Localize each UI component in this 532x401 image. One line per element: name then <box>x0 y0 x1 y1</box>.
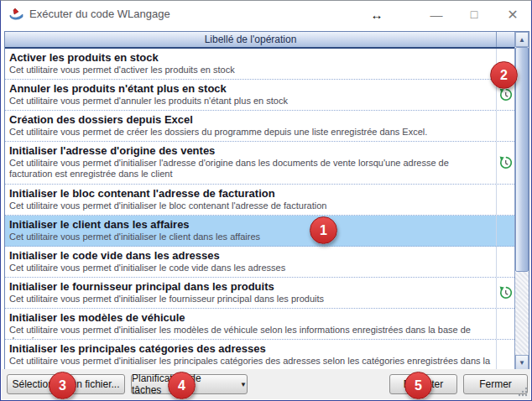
row-title: Initialiser le bloc contenant l'adresse … <box>9 186 492 200</box>
row-title: Initialiser le client dans les affaires <box>9 217 492 232</box>
annotation-badge-4: 4 <box>168 372 196 399</box>
scrollbar-thumb[interactable] <box>515 47 529 272</box>
minimize-button[interactable]: — <box>425 1 448 28</box>
scroll-up-button[interactable]: ▲ <box>515 32 529 47</box>
annotation-badge-1: 1 <box>310 216 337 244</box>
row-title: Initialiser les modèles de véhicule <box>9 310 492 325</box>
row-description: Cet utilitaire vous permet d'initialiser… <box>9 232 492 242</box>
row-title: Initialiser les principales catégories d… <box>9 341 492 356</box>
column-header-icon <box>496 32 514 47</box>
table-row[interactable]: Création des dossiers depuis ExcelCet ut… <box>5 111 514 142</box>
row-icon-cell <box>496 278 514 308</box>
row-description: Cet utilitaire vous permet de créer les … <box>9 127 492 138</box>
row-icon-cell <box>496 185 514 215</box>
window-title: Exécuter du code WLangage <box>29 8 170 20</box>
annotation-badge-5: 5 <box>404 372 432 399</box>
resize-grip[interactable] <box>517 386 529 398</box>
history-icon <box>498 156 513 170</box>
button-bar: Sélectionner un fichier... Planificateur… <box>2 369 530 399</box>
row-text-cell: Annuler les produits n'étant plus en sto… <box>5 80 496 110</box>
annotation-badge-3: 3 <box>49 372 76 399</box>
row-text-cell: Initialiser l'adresse d'origine des vent… <box>5 142 496 184</box>
row-title: Initialiser le fournisseur principal dan… <box>9 279 492 294</box>
table-row[interactable]: Initialiser les modèles de véhiculeCet u… <box>5 309 514 340</box>
vertical-scrollbar[interactable]: ▲ ▼ <box>514 32 529 370</box>
table-rows: Activer les produits en stockCet utilita… <box>5 49 514 370</box>
title-bar: Exécuter du code WLangage ↔ — □ ✕ <box>1 1 531 28</box>
dialog-executer-code-wlangage: Exécuter du code WLangage ↔ — □ ✕ Libell… <box>0 0 532 401</box>
scrollbar-track[interactable] <box>515 272 529 355</box>
row-description: Cet utilitaire vous permet d'initialiser… <box>9 325 492 339</box>
row-description: Cet utilitaire vous permet d'initialiser… <box>9 263 492 273</box>
row-description: Cet utilitaire vous permet d'initialiser… <box>9 200 492 211</box>
row-title: Annuler les produits n'étant plus en sto… <box>9 81 492 96</box>
row-text-cell: Initialiser les principales catégories d… <box>5 340 496 370</box>
scroll-down-button[interactable]: ▼ <box>515 355 529 370</box>
row-text-cell: Initialiser le fournisseur principal dan… <box>5 278 496 308</box>
table-row[interactable]: Initialiser le fournisseur principal dan… <box>5 278 514 309</box>
operations-table: Libellé de l'opération Activer les produ… <box>4 31 529 371</box>
row-description: Cet utilitaire vous permet d'annuler les… <box>9 96 492 107</box>
maximize-button[interactable]: □ <box>462 1 486 28</box>
table-header-row: Libellé de l'opération <box>5 32 514 49</box>
row-icon-cell <box>496 309 514 339</box>
row-icon-cell <box>496 216 514 246</box>
row-title: Initialiser le code vide dans les adress… <box>9 248 492 263</box>
history-icon <box>498 88 513 102</box>
annotation-badge-2: 2 <box>490 61 518 89</box>
row-title: Activer les produits en stock <box>9 50 492 65</box>
row-text-cell: Initialiser le code vide dans les adress… <box>5 247 496 277</box>
resize-arrows-icon[interactable]: ↔ <box>368 1 386 28</box>
table-row[interactable]: Initialiser les principales catégories d… <box>5 340 514 370</box>
history-icon <box>498 286 513 300</box>
row-text-cell: Initialiser le bloc contenant l'adresse … <box>5 185 496 215</box>
row-description: Cet utilitaire vous permet d'initialiser… <box>9 356 492 367</box>
table-row[interactable]: Annuler les produits n'étant plus en sto… <box>5 80 514 111</box>
table-row[interactable]: Activer les produits en stockCet utilita… <box>5 49 514 80</box>
table-row[interactable]: Initialiser le client dans les affairesC… <box>5 216 514 247</box>
row-description: Cet utilitaire vous permet d'initialiser… <box>9 294 492 305</box>
dropdown-arrow-icon: ▼ <box>240 381 247 388</box>
row-title: Initialiser l'adresse d'origine des vent… <box>9 143 492 158</box>
column-header-libelle[interactable]: Libellé de l'opération <box>5 32 496 47</box>
wlangage-app-icon <box>9 8 24 21</box>
row-text-cell: Initialiser les modèles de véhiculeCet u… <box>5 309 496 339</box>
row-title: Création des dossiers depuis Excel <box>9 112 492 127</box>
row-description: Cet utilitaire vous permet d'activer les… <box>9 65 492 76</box>
row-text-cell: Activer les produits en stockCet utilita… <box>5 49 496 79</box>
row-text-cell: Création des dossiers depuis ExcelCet ut… <box>5 111 496 141</box>
row-icon-cell <box>496 142 514 184</box>
close-button[interactable]: ✕ <box>501 1 524 28</box>
table-row[interactable]: Initialiser le bloc contenant l'adresse … <box>5 185 514 216</box>
table-row[interactable]: Initialiser l'adresse d'origine des vent… <box>5 142 514 185</box>
row-text-cell: Initialiser le client dans les affairesC… <box>5 216 496 246</box>
row-icon-cell <box>496 247 514 277</box>
table-row[interactable]: Initialiser le code vide dans les adress… <box>5 247 514 278</box>
close-dialog-label: Fermer <box>479 378 512 390</box>
row-icon-cell <box>496 340 514 370</box>
row-icon-cell <box>496 111 514 141</box>
row-description: Cet utilitaire vous permet d'initialiser… <box>9 158 492 179</box>
